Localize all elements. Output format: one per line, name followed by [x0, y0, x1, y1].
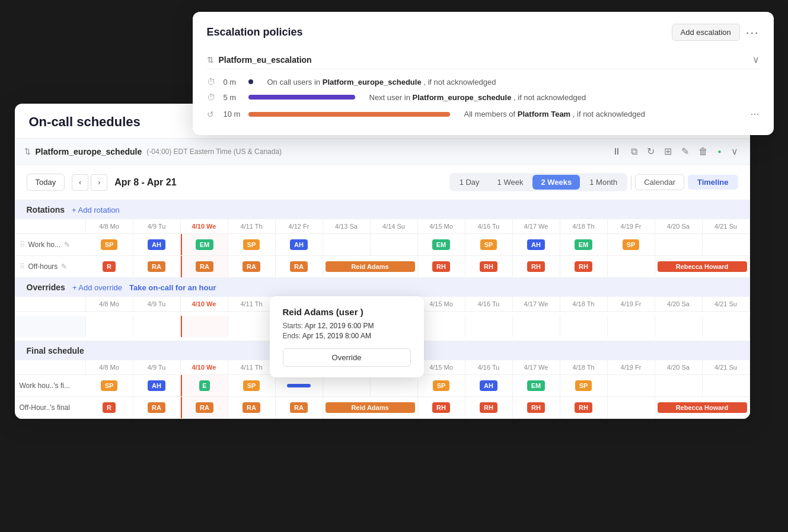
header-col-10: 4/18 Th	[560, 219, 608, 233]
chip-rh-10: RH	[575, 261, 592, 272]
edit-icon[interactable]: ✎	[64, 241, 70, 249]
rotations-grid: 4/8 Mo 4/9 Tu 4/10 We 4/11 Th 4/12 Fr 4/…	[15, 219, 750, 278]
step-2-text: Next user in Platform_europe_schedule , …	[369, 93, 586, 102]
edit-icon-2[interactable]: ✎	[61, 262, 67, 271]
ov-empty-9	[513, 316, 560, 337]
oh-cell-12-13: Rebecca Howard	[655, 256, 750, 277]
chip-ra-4: RA	[290, 261, 308, 272]
prev-button[interactable]: ‹	[72, 174, 88, 191]
chip-rh-9: RH	[527, 261, 545, 272]
fwh-cell-10: SP	[560, 375, 608, 396]
fn-header-0: 4/8 Mo	[86, 360, 133, 374]
rotations-header-row: 4/8 Mo 4/9 Tu 4/10 We 4/11 Th 4/12 Fr 4/…	[15, 219, 750, 234]
wh-cell-3: SP	[228, 234, 276, 255]
header-col-9: 4/17 We	[513, 219, 560, 233]
chip-sp-11: SP	[623, 239, 640, 250]
fchip-ra-2: RA	[196, 402, 213, 413]
fchip-rh-9: RH	[527, 402, 545, 413]
fchip-rebecca: Rebecca Howard	[658, 402, 747, 413]
schedule-bar-actions: ⏸ ⧉ ↻ ⊞ ✎ 🗑 ● ∨	[610, 145, 740, 158]
calendar-view-button[interactable]: Calendar	[635, 174, 684, 190]
wh-cell-7: EM	[418, 234, 465, 255]
fwh-cell-4	[276, 375, 323, 396]
work-hours-label: ⠿ Work ho... ✎	[15, 237, 86, 252]
view-1week-button[interactable]: 1 Week	[489, 175, 532, 190]
oh-cell-7: RH	[418, 256, 465, 277]
step-3-bar	[248, 112, 450, 117]
tooltip-starts: Starts: Apr 12, 2019 6:00 PM	[283, 322, 411, 330]
timeline-view-button[interactable]: Timeline	[688, 175, 738, 190]
ov-empty-13	[703, 316, 750, 337]
chip-sp-3: SP	[243, 239, 260, 250]
fn-header-11: 4/19 Fr	[608, 360, 655, 374]
final-wh-name: Work hou..'s fi...	[20, 382, 70, 390]
step-3-time: 10 m	[224, 110, 241, 118]
ov-empty-8	[465, 316, 513, 337]
step-3-more[interactable]: ···	[750, 108, 759, 120]
overrides-label: Overrides	[27, 283, 65, 292]
fchip-sp-3: SP	[243, 380, 260, 391]
drag-icon: ⠿	[20, 241, 25, 249]
fn-header-8: 4/16 Tu	[465, 360, 513, 374]
off-hours-row: ⠿ Off-hours ✎ R RA RA RA RA Reid Adams R…	[15, 256, 750, 278]
edit-button[interactable]: ✎	[679, 145, 691, 158]
delete-button[interactable]: 🗑	[696, 145, 710, 158]
header-col-0: 4/8 Mo	[86, 219, 133, 233]
oh-cell-3: RA	[228, 256, 276, 277]
header-col-1: 4/9 Tu	[133, 219, 181, 233]
oh-cell-5-6: Reid Adams	[323, 256, 418, 277]
today-button[interactable]: Today	[27, 174, 65, 191]
override-button[interactable]: Override	[283, 348, 411, 367]
oh-cell-10: RH	[560, 256, 608, 277]
chip-em: EM	[196, 239, 214, 250]
pause-button[interactable]: ⏸	[610, 145, 624, 158]
view-1day-button[interactable]: 1 Day	[451, 175, 488, 190]
add-rotation-link[interactable]: + Add rotation	[72, 206, 120, 214]
ov-header-0: 4/8 Mo	[86, 297, 133, 311]
final-oh-name: Off-Hour..'s final	[20, 403, 70, 412]
wh-cell-12	[655, 234, 703, 255]
header-col-5: 4/13 Sa	[323, 219, 371, 233]
fchip-sp-7: SP	[433, 380, 450, 391]
chevron-icon[interactable]: ∨	[752, 54, 760, 65]
add-override-link[interactable]: + Add override	[72, 283, 122, 292]
next-button[interactable]: ›	[91, 174, 107, 191]
copy-button[interactable]: ⧉	[629, 145, 640, 158]
duplicate-button[interactable]: ⊞	[662, 145, 674, 158]
escalation-title: Escalation policies	[207, 26, 303, 39]
fchip-ra-3: RA	[243, 402, 260, 413]
chip-ah-4: AH	[290, 239, 308, 250]
view-toggle-group: 1 Day 1 Week 2 Weeks 1 Month	[449, 173, 628, 191]
fwh-cell-6	[371, 375, 418, 396]
foh-cell-2: RA	[181, 397, 228, 418]
step-2-bar	[248, 95, 355, 100]
ov-header-label	[15, 297, 86, 311]
expand-button[interactable]: ∨	[729, 145, 741, 158]
step-1-time: 0 m	[224, 78, 241, 86]
clock-icon-2: ⏱	[207, 92, 216, 102]
fwh-bar	[287, 384, 311, 387]
ov-header-11: 4/19 Fr	[608, 297, 655, 311]
drag-icon-2: ⠿	[20, 262, 25, 271]
wh-cell-4: AH	[276, 234, 323, 255]
view-2weeks-button[interactable]: 2 Weeks	[532, 175, 580, 190]
view-controls: 1 Day 1 Week 2 Weeks 1 Month Calendar Ti…	[449, 173, 738, 191]
take-oncall-link[interactable]: Take on-call for an hour	[129, 283, 216, 292]
fn-header-3: 4/11 Th	[228, 360, 276, 374]
oh-cell-4: RA	[276, 256, 323, 277]
chip-ra-3: RA	[243, 261, 260, 272]
wh-cell-6	[371, 234, 418, 255]
final-label: Final schedule	[27, 346, 84, 355]
more-options-button[interactable]: ···	[746, 25, 760, 39]
wh-cell-9: AH	[513, 234, 560, 255]
ov-header-3: 4/11 Th	[228, 297, 276, 311]
ov-header-13: 4/21 Su	[703, 297, 750, 311]
fwh-cell-9: EM	[513, 375, 560, 396]
fchip-em-9: EM	[527, 380, 545, 391]
wh-cell-5	[323, 234, 371, 255]
fwh-cell-0: SP	[86, 375, 133, 396]
add-escalation-button[interactable]: Add escalation	[672, 24, 740, 41]
refresh-button[interactable]: ↻	[645, 145, 657, 158]
fwh-cell-1: AH	[133, 375, 181, 396]
view-1month-button[interactable]: 1 Month	[581, 175, 626, 190]
